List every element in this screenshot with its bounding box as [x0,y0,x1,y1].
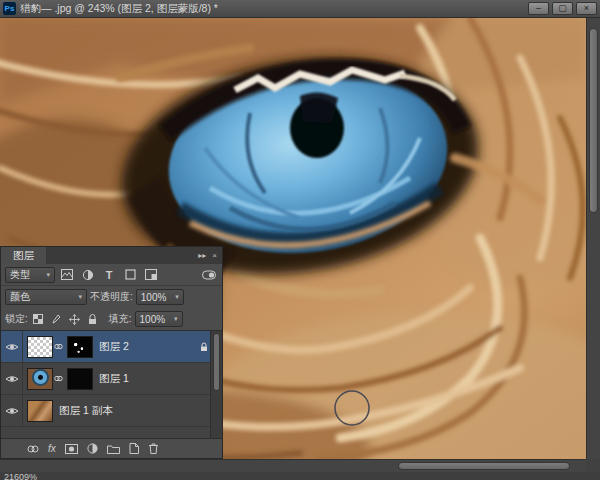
new-adjustment-layer-icon[interactable] [87,443,98,454]
eye-icon [5,374,19,384]
horizontal-scrollbar[interactable] [0,459,586,472]
lock-pixels-icon[interactable] [49,311,64,327]
lock-icon [200,342,208,352]
add-layer-mask-icon[interactable] [65,444,78,454]
blend-mode-dropdown[interactable]: 颜色 ▾ [5,289,87,305]
lock-position-icon[interactable] [67,311,82,327]
chevron-down-icon: ▾ [174,315,178,323]
pixel-layer-filter-icon[interactable] [58,267,76,283]
restore-button[interactable]: ▢ [552,2,573,15]
blend-mode-value: 颜色 [10,290,30,304]
mask-link-icon [53,375,63,382]
layers-panel-toolbar: fx [1,438,222,458]
horizontal-scrollbar-thumb[interactable] [398,462,570,470]
minimize-button[interactable]: – [528,2,549,15]
lock-transparency-icon[interactable] [31,311,46,327]
tab-layers[interactable]: 图层 [1,247,46,264]
vertical-scrollbar-thumb[interactable] [589,28,598,213]
fill-value: 100% [140,314,166,325]
layer-name[interactable]: 图层 2 [99,340,129,354]
vertical-scrollbar[interactable] [586,18,600,459]
chevron-down-icon: ▾ [46,271,50,279]
visibility-toggle[interactable] [1,363,23,394]
layer-mask-thumbnail[interactable] [67,368,93,390]
layer-list-scrollbar-thumb[interactable] [213,333,220,391]
panel-close-icon[interactable]: × [212,251,217,260]
layer-list-scrollbar[interactable] [210,331,222,438]
smart-object-filter-icon[interactable] [142,267,160,283]
visibility-toggle[interactable] [1,395,23,426]
blend-opacity-row: 颜色 ▾ 不透明度: 100% ▾ [1,286,222,308]
layer-row-layer2[interactable]: 图层 2 [1,331,222,363]
type-layer-filter-icon[interactable]: T [100,267,118,283]
shape-layer-filter-icon[interactable] [121,267,139,283]
adjustment-layer-filter-icon[interactable] [79,267,97,283]
photoshop-app-icon: Ps [3,2,16,15]
photoshop-window: Ps 猎豹— .jpg @ 243% (图层 2, 图层蒙版/8) * – ▢ … [0,0,600,480]
layer-row-layer1-copy[interactable]: 图层 1 副本 [1,395,222,427]
layer-style-icon[interactable]: fx [48,443,56,454]
opacity-value: 100% [141,292,167,303]
window-controls: – ▢ × [528,2,597,15]
close-button[interactable]: × [576,2,597,15]
filter-type-dropdown[interactable]: 类型 ▾ [5,267,55,283]
delete-layer-icon[interactable] [148,443,159,454]
opacity-dropdown[interactable]: 100% ▾ [136,289,184,305]
lock-label: 锁定: [5,312,28,326]
layer-name[interactable]: 图层 1 [99,372,129,386]
layer-list: 图层 2 图层 1 图 [1,330,222,438]
window-title: 猎豹— .jpg @ 243% (图层 2, 图层蒙版/8) * [20,2,524,16]
new-group-icon[interactable] [107,444,120,454]
layer-mask-thumbnail[interactable] [67,336,93,358]
layers-panel: 图层 ▸▸ × 类型 ▾ T [0,246,223,459]
chevron-down-icon: ▾ [78,293,82,301]
layer-row-layer1[interactable]: 图层 1 [1,363,222,395]
layers-panel-tabbar: 图层 ▸▸ × [1,247,222,264]
link-layers-icon[interactable] [27,445,39,453]
eye-icon [5,342,19,352]
mask-link-icon [53,343,63,350]
status-bar: 21609% [0,472,600,480]
opacity-label: 不透明度: [90,290,133,304]
titlebar[interactable]: Ps 猎豹— .jpg @ 243% (图层 2, 图层蒙版/8) * – ▢ … [0,0,600,18]
chevron-down-icon: ▾ [175,293,179,301]
filter-toggle-icon[interactable] [200,267,218,283]
eye-icon [5,406,19,416]
lock-fill-row: 锁定: 填充: 100% ▾ [1,308,222,330]
fill-label: 填充: [109,312,132,326]
layer-thumbnail[interactable] [27,368,53,390]
fill-dropdown[interactable]: 100% ▾ [135,311,183,327]
scrollbar-corner [586,459,600,472]
lock-all-icon[interactable] [85,311,100,327]
new-layer-icon[interactable] [129,443,139,454]
panel-collapse-icon[interactable]: ▸▸ [198,251,206,260]
layer-thumbnail[interactable] [27,400,53,422]
visibility-toggle[interactable] [1,331,23,362]
zoom-level[interactable]: 21609% [4,472,37,480]
filter-type-label: 类型 [10,268,30,282]
layer-thumbnail[interactable] [27,336,53,358]
layer-filter-row: 类型 ▾ T [1,264,222,286]
layer-name[interactable]: 图层 1 副本 [59,404,113,418]
